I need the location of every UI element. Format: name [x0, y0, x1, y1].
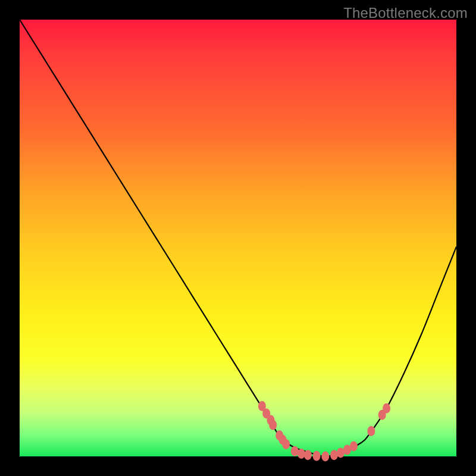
page-frame: TheBottleneck.com	[0, 0, 476, 476]
sample-point	[350, 441, 358, 452]
sample-point	[367, 426, 375, 436]
sample-point	[304, 450, 312, 460]
sample-point	[282, 439, 290, 449]
sample-point	[269, 420, 277, 430]
bottleneck-curve	[20, 20, 456, 456]
sample-point	[291, 446, 299, 456]
sample-points	[258, 401, 390, 461]
bottleneck-chart	[20, 20, 456, 456]
sample-point	[383, 403, 390, 414]
sample-point	[330, 450, 338, 460]
sample-point	[313, 451, 321, 461]
watermark-text: TheBottleneck.com	[343, 5, 468, 21]
sample-point	[321, 452, 329, 462]
chart-plot-area	[20, 20, 456, 456]
sample-point	[298, 449, 305, 459]
